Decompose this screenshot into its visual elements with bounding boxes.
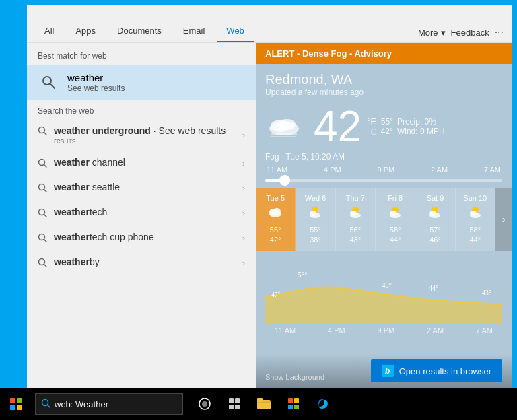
slider-thumb[interactable]: [279, 175, 290, 186]
daily-item-thu[interactable]: Thu 7 56°43°: [336, 188, 376, 251]
edge-button[interactable]: [310, 390, 337, 417]
daily-weather-icon: [267, 205, 283, 222]
graph-times: 11 AM 4 PM 9 PM 2 AM 7 AM: [265, 326, 502, 335]
list-item[interactable]: weathertech ›: [27, 201, 256, 225]
daily-item-fri[interactable]: Fri 8 58°44°: [376, 188, 415, 251]
graph-time-4: 2 AM: [427, 326, 444, 335]
svg-point-21: [273, 208, 281, 215]
result-bold: weather underground: [54, 125, 151, 136]
chevron-right-icon: ›: [242, 183, 245, 193]
result-left: weather seattle: [38, 182, 120, 195]
daily-temps: 56°43°: [350, 225, 361, 246]
result-left: weatherby: [38, 256, 100, 269]
store-button[interactable]: [280, 390, 307, 417]
graph-time-2: 4 PM: [328, 326, 345, 335]
chevron-down-icon: ▾: [441, 28, 446, 38]
hour-1: 11 AM: [267, 166, 287, 174]
chevron-right-icon: ›: [242, 233, 245, 243]
best-match-label: Best match for web: [27, 43, 256, 65]
svg-point-33: [429, 211, 436, 216]
taskbar-search-text: web: Weather: [55, 399, 108, 409]
search-icon: [38, 158, 47, 170]
tab-apps[interactable]: Apps: [66, 20, 105, 42]
svg-rect-55: [294, 405, 299, 409]
daily-day: Thu 7: [346, 194, 365, 202]
result-text: weather seattle: [54, 182, 120, 193]
svg-line-11: [44, 240, 47, 242]
svg-line-7: [44, 190, 47, 193]
result-left: weather channel: [38, 157, 125, 170]
more-dropdown[interactable]: More ▾: [418, 28, 446, 38]
chevron-right-icon: ›: [242, 208, 245, 218]
graph-time-3: 9 PM: [378, 326, 395, 335]
svg-point-36: [470, 211, 477, 216]
result-text: weather channel: [54, 157, 125, 168]
result-text: weather underground · See web results re…: [54, 125, 226, 145]
svg-rect-48: [229, 405, 234, 409]
widgets-button[interactable]: [221, 390, 248, 417]
weather-updated: Updated a few minutes ago: [265, 88, 502, 97]
wind-stat: Wind: 0 MPH: [397, 127, 445, 136]
tab-email[interactable]: Email: [174, 20, 215, 42]
taskbar-search-box[interactable]: web: Weather: [35, 393, 183, 415]
search-icon: [38, 126, 47, 137]
hour-5: 7 AM: [484, 166, 501, 174]
best-match-subtitle: See web results: [67, 83, 125, 93]
open-browser-label: Open results in browser: [399, 366, 491, 376]
svg-rect-47: [235, 398, 240, 403]
hour-4: 2 AM: [431, 166, 448, 174]
list-item[interactable]: weather underground · See web results re…: [27, 118, 256, 151]
svg-point-45: [202, 401, 207, 407]
result-left: weathertech: [38, 207, 107, 219]
result-text: weatherby: [54, 256, 100, 267]
chevron-right-icon: ›: [242, 258, 245, 268]
tab-web[interactable]: Web: [217, 20, 254, 42]
daily-weather-icon: [307, 205, 323, 222]
search-web-label: Search the web: [27, 100, 256, 118]
temp-fahrenheit: °F °C: [367, 116, 377, 137]
svg-line-43: [48, 405, 50, 407]
start-button[interactable]: [0, 388, 32, 420]
feedback-button[interactable]: Feedback: [451, 28, 489, 38]
daily-temps: 58°44°: [390, 225, 401, 246]
hour-3: 9 PM: [378, 166, 395, 174]
hourly-times: 11 AM 4 PM 9 PM 2 AM 7 AM: [265, 166, 502, 174]
list-item[interactable]: weather seattle ›: [27, 176, 256, 201]
daily-next-button[interactable]: ›: [495, 188, 512, 251]
daily-weather-icon: [387, 205, 403, 222]
result-text: weathertech cup phone: [54, 232, 154, 242]
list-item[interactable]: weather channel ›: [27, 151, 256, 176]
daily-item-wed[interactable]: Wed 6 55°38°: [296, 188, 335, 251]
open-browser-button[interactable]: b Open results in browser: [371, 359, 502, 382]
precip-stat: Precip: 0%: [397, 117, 445, 127]
list-item[interactable]: weatherby ›: [27, 250, 256, 275]
weather-main: 42 °F °C 55° 42° Precip: 0% Wi: [256, 101, 512, 152]
more-options-button[interactable]: ···: [495, 26, 504, 38]
result-text: weathertech: [54, 207, 107, 217]
task-view-button[interactable]: [191, 390, 218, 417]
open-browser-bar: Show background b Open results in browse…: [256, 354, 512, 388]
search-icon: [38, 71, 59, 93]
daily-item-tue[interactable]: Tue 5 55°42°: [256, 188, 296, 251]
result-left: weather underground · See web results re…: [38, 125, 226, 145]
temperature-display: 42: [314, 105, 361, 148]
tab-documents[interactable]: Documents: [108, 20, 171, 42]
svg-text:53°: 53°: [298, 270, 307, 279]
daily-item-sat[interactable]: Sat 9 57°46°: [415, 188, 455, 251]
best-match-item[interactable]: weather See web results: [27, 65, 256, 100]
weather-alert: ALERT - Dense Fog - Advisory: [256, 43, 512, 64]
daily-item-sun[interactable]: Sun 10 58°44°: [456, 188, 495, 251]
list-item[interactable]: weathertech cup phone ›: [27, 225, 256, 250]
hourly-slider[interactable]: [265, 179, 502, 182]
graph-time-5: 7 AM: [476, 326, 493, 335]
svg-line-9: [44, 215, 47, 217]
file-explorer-button[interactable]: [250, 390, 277, 417]
svg-point-24: [310, 211, 316, 216]
taskbar-icons: [191, 390, 337, 417]
search-icon: [38, 183, 47, 195]
svg-rect-52: [288, 398, 293, 403]
tab-all[interactable]: All: [35, 20, 63, 42]
hourly-labels: 11 AM 4 PM 9 PM 2 AM 7 AM: [256, 166, 512, 174]
svg-point-27: [350, 211, 357, 216]
svg-point-0: [43, 77, 51, 85]
